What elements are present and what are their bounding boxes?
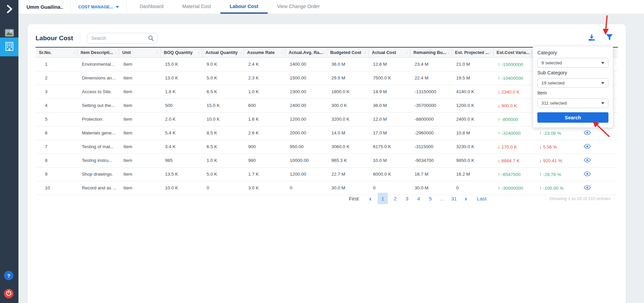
column-header-item-descripti[interactable]: Item Descripti...↑↓ [77, 47, 119, 57]
sort-arrows-icon[interactable]: ↑↓ [73, 51, 76, 54]
cost-management-menu[interactable]: COST MANAGE... [78, 0, 119, 14]
cell-avg-rate: 1200.00 [285, 112, 327, 126]
cell-unit: Item [119, 71, 160, 85]
column-header-boq-quantity[interactable]: BOQ Quantity↑↓ [160, 47, 202, 57]
tab-material-cost[interactable]: Material Cost [173, 0, 220, 14]
column-header-budgeted-cost[interactable]: Budgeted Cost↑↓ [327, 47, 368, 57]
pagination-ellipsis: ... [438, 193, 446, 204]
tab-view-change-order[interactable]: View Change Order [268, 0, 329, 14]
sort-arrows-icon[interactable]: ↑↓ [406, 51, 409, 54]
trend-up-arrow-icon: ↑ [498, 185, 500, 191]
cell-sr: 5 [36, 112, 77, 126]
trend-down-arrow-icon: ↓ [498, 158, 500, 163]
column-header-est-projected[interactable]: Est. Projected ...↑↓ [451, 47, 493, 57]
sort-arrows-icon[interactable]: ↑↓ [198, 51, 201, 54]
pagination-first[interactable]: First [347, 193, 360, 204]
cell-boq: 13.5 K [160, 167, 202, 181]
filter-search-button[interactable]: Search [537, 112, 608, 123]
pagination-page-5[interactable]: 5 [426, 193, 435, 204]
header-actions [588, 34, 617, 43]
trend-up-arrow-icon: ↑ [498, 130, 500, 136]
sort-arrows-icon[interactable]: ↑↓ [156, 51, 159, 54]
view-details-eye-icon[interactable] [584, 158, 591, 163]
cell-actual-qty: 8.5 K [202, 126, 244, 140]
sort-arrows-icon[interactable]: ↑↓ [447, 51, 450, 54]
view-details-eye-icon[interactable] [584, 171, 591, 176]
cell-desc: Testing instru... [77, 154, 119, 167]
view-details-eye-icon[interactable] [584, 130, 591, 135]
nav-divider [126, 0, 127, 14]
item-label: Item [537, 90, 608, 96]
view-details-eye-icon[interactable] [584, 144, 591, 149]
selected-value: 9 selected [541, 60, 562, 65]
logout-power-button[interactable] [4, 289, 13, 298]
help-button[interactable]: ? [4, 271, 13, 280]
sidebar-item-company-active[interactable] [0, 38, 18, 56]
cell-unit: Item [119, 99, 160, 112]
sort-arrows-icon[interactable]: ↑↓ [239, 51, 242, 54]
cell-est-projected: 2400.0 K [451, 112, 493, 126]
column-header-actual-avg-ra[interactable]: Actual.Avg. Ra...↑↓ [285, 47, 327, 57]
cell-desc: Environmental... [77, 57, 119, 71]
cell-actual-qty: 6.5 K [202, 85, 244, 99]
cell-avg-rate: 2300.00 [285, 85, 327, 99]
building-icon [5, 42, 13, 52]
table-row: 7Testing of mat...Item3.4 K6.5 K900950.0… [36, 140, 618, 154]
sort-arrows-icon[interactable]: ↑↓ [364, 51, 367, 54]
cell-actual-cost: 14.9 M [368, 85, 410, 99]
pagination-page-4[interactable]: 4 [414, 193, 423, 204]
cell-remaining: -8800000 [410, 112, 451, 126]
sort-arrows-icon[interactable]: ↑↓ [489, 51, 492, 54]
pagination-prev[interactable]: ‹ [366, 193, 375, 204]
top-navigation-bar: Umm Guailina.. COST MANAGE... DashboardM… [18, 0, 644, 14]
pagination-last[interactable]: Last [475, 193, 488, 204]
column-header-est-cost-varia[interactable]: Est.Cost Varia...↑↓ [493, 47, 535, 57]
column-header-actual-cost[interactable]: Actual Cost↑↓ [368, 47, 410, 57]
cell-est-projected: 3230.0 K [451, 140, 493, 154]
pagination-page-31[interactable]: 31 [449, 193, 459, 204]
sidebar-expand-chevron-icon[interactable] [5, 4, 14, 14]
question-mark-icon: ? [7, 273, 10, 279]
column-header-assume-rate[interactable]: Assume Rate↑↓ [244, 47, 285, 57]
cell-assume-rate: 2.4 K [244, 57, 285, 71]
filter-icon[interactable] [606, 34, 613, 43]
sort-arrows-icon[interactable]: ↑↓ [281, 51, 284, 54]
pagination-page-2[interactable]: 2 [391, 193, 399, 204]
column-header-actual-quantity[interactable]: Actual Quantity↑↓ [202, 47, 244, 57]
column-header-unit[interactable]: Unit↑↓ [119, 47, 160, 57]
sort-arrows-icon[interactable]: ↑↓ [323, 51, 326, 54]
pagination-next[interactable]: › [462, 193, 470, 204]
search-input[interactable] [87, 33, 157, 44]
trend-up-arrow-icon: ↑ [498, 172, 500, 177]
cell-actual-cost: 6000.0 K [368, 167, 410, 181]
cell-sr: 4 [36, 99, 77, 112]
column-header-remaining-bu[interactable]: Remaining Bu...↑↓ [410, 47, 451, 57]
cell-unit: Item [119, 154, 160, 167]
tab-labour-cost[interactable]: Labour Cost [220, 0, 268, 14]
cell-budgeted: 965.3 K [327, 154, 368, 167]
tab-dashboard[interactable]: Dashboard [130, 0, 173, 14]
cell-actions [576, 126, 618, 140]
cell-boq: 985 [160, 154, 202, 167]
sort-arrows-icon[interactable]: ↑↓ [115, 51, 117, 54]
cell-assume-rate: 980 [244, 154, 285, 167]
cell-est-projected: 16.2 M [451, 167, 493, 181]
column-label: Budgeted Cost [330, 50, 361, 55]
cell-remaining: 22.4 M [410, 71, 451, 85]
pagination-page-3[interactable]: 3 [402, 193, 411, 204]
cell-sr: 3 [36, 85, 77, 99]
cell-remaining: -3115000 [410, 140, 451, 154]
cell-budgeted: 300.0 K [327, 99, 368, 112]
table-search [87, 33, 157, 44]
cell-avg-rate: 2400.00 [285, 99, 327, 112]
cell-variance-pct: ↓5.56 % [535, 140, 576, 154]
view-details-eye-icon[interactable] [584, 185, 591, 190]
sub-category-select[interactable]: 19 selected [537, 78, 608, 88]
category-select[interactable]: 9 selected [537, 58, 608, 68]
download-export-icon[interactable] [588, 34, 596, 43]
table-row: 10Record and as ...Item10.0 K03.0 K030.0… [36, 181, 618, 195]
item-select[interactable]: 311 selected [537, 98, 608, 108]
column-header-sr-no[interactable]: Sr.No.↑↓ [36, 47, 77, 57]
cell-assume-rate: 3.0 K [244, 181, 285, 195]
pagination-page-1[interactable]: 1 [378, 193, 388, 204]
